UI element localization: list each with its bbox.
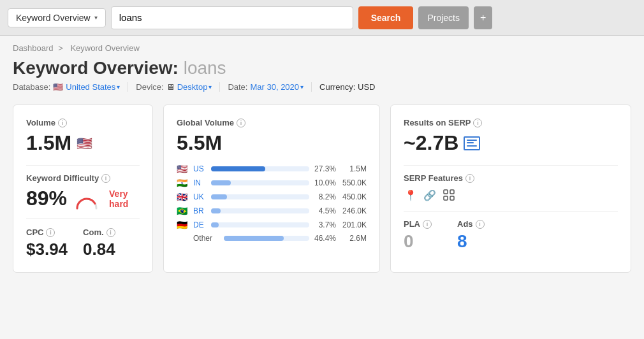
com-info-icon[interactable]: i [106,228,115,237]
kd-meter-icon [75,192,99,206]
location-pin-icon: 📍 [404,188,418,202]
search-button[interactable]: Search [358,6,414,29]
global-volume-card: Global Volume i 5.5M 🇺🇸 US 27.3% 1.5M 🇮🇳… [163,105,380,273]
volume-info-icon[interactable]: i [58,119,67,127]
us-flag-icon: 🇺🇸 [77,136,92,151]
kd-info-icon[interactable]: i [101,174,110,183]
meta-database: Database: 🇺🇸 United States ▾ [13,82,128,92]
kd-label: Keyword Difficulty i [26,173,140,183]
pla-info-icon[interactable]: i [423,220,432,229]
global-volume-bars: 🇺🇸 US 27.3% 1.5M 🇮🇳 IN 10.0% 550.0K 🇬🇧 U… [177,164,367,230]
meta-currency: Currency: USD [319,82,383,92]
breadcrumb-current: Keyword Overview [70,43,139,53]
meta-database-value[interactable]: United States ▾ [66,82,120,92]
svg-rect-2 [444,196,448,200]
ads-value: 8 [457,231,485,252]
chevron-down-icon: ▾ [117,83,120,90]
global-volume-value: 5.5M [177,131,367,155]
meta-device-value[interactable]: Desktop ▾ [177,82,212,92]
kd-rating: Very hard [109,189,140,209]
other-num: 2.6M [340,234,367,243]
serp-features-label: SERP Features i [404,173,618,183]
add-project-button[interactable]: + [474,6,492,29]
breadcrumb-home[interactable]: Dashboard [13,43,54,53]
chevron-down-icon: ▾ [209,83,212,90]
page-title: Keyword Overview: loans [13,58,631,78]
us-flag-icon: 🇺🇸 [53,82,63,92]
bar-fill [211,180,231,185]
com-value: 0.84 [83,240,115,259]
page-meta: Database: 🇺🇸 United States ▾ Device: 🖥 D… [13,82,631,92]
other-pct: 46.4% [313,234,336,243]
cpc-info-icon[interactable]: i [46,228,55,237]
bar-pct: 27.3% [313,164,336,173]
bar-num: 201.0K [340,220,367,229]
meta-date-label: Date: [228,82,247,92]
bar-flag-icon: 🇮🇳 [177,178,189,188]
bar-row: 🇮🇳 IN 10.0% 550.0K [177,178,367,188]
kd-value: 89% Very hard [26,187,140,210]
tool-dropdown[interactable]: Keyword Overview ▾ [8,8,106,27]
svg-rect-0 [444,190,448,194]
com-item: Com. i 0.84 [83,227,115,259]
meta-device-label: Device: [136,82,163,92]
serp-value: ~2.7B [404,131,618,155]
bar-pct: 8.2% [313,192,336,201]
volume-card: Volume i 1.5M 🇺🇸 Keyword Difficulty i 89… [13,105,153,273]
feature-icons: 📍 🔗 [404,188,618,202]
search-input[interactable] [111,6,353,29]
bar-country[interactable]: US [193,164,207,173]
meta-currency-value: Currency: USD [319,82,375,92]
serp-info-icon[interactable]: i [473,119,482,127]
pla-item: PLA i 0 [404,219,432,252]
bar-flag-icon: 🇬🇧 [177,192,189,202]
bar-track [211,208,309,213]
bar-country[interactable]: DE [193,220,207,229]
bar-country[interactable]: BR [193,206,207,215]
bar-fill [211,194,227,199]
meta-database-label: Database: [13,82,50,92]
grid-icon [442,188,456,202]
cards-container: Volume i 1.5M 🇺🇸 Keyword Difficulty i 89… [0,99,644,285]
page-title-keyword: loans [184,58,226,78]
bar-row: 🇩🇪 DE 3.7% 201.0K [177,220,367,230]
bar-num: 450.0K [340,192,367,201]
bar-track [211,180,309,185]
ads-label: Ads i [457,219,485,229]
bar-pct: 10.0% [313,178,336,187]
global-volume-label: Global Volume i [177,118,367,127]
breadcrumb-separator: > [58,43,63,53]
other-row: Other 46.4% 2.6M [177,234,367,243]
other-label: Other [193,234,220,243]
other-bar-fill [224,236,284,241]
bar-country[interactable]: IN [193,178,207,187]
ads-item: Ads i 8 [457,219,485,252]
bar-fill [211,208,221,213]
svg-rect-3 [450,196,454,200]
cpc-item: CPC i $3.94 [26,227,68,259]
chevron-down-icon: ▾ [300,83,304,90]
com-label: Com. i [83,227,115,237]
breadcrumb: Dashboard > Keyword Overview [0,36,644,55]
cpc-value: $3.94 [26,240,68,259]
svg-rect-1 [450,190,454,194]
desktop-icon: 🖥 [166,82,175,92]
bar-country[interactable]: UK [193,192,207,201]
page-header: Keyword Overview: loans Database: 🇺🇸 Uni… [0,55,644,99]
pla-value: 0 [404,231,432,252]
volume-label: Volume i [26,118,140,127]
tool-dropdown-label: Keyword Overview [16,13,91,23]
cpc-row: CPC i $3.94 Com. i 0.84 [26,227,140,259]
ads-info-icon[interactable]: i [476,220,485,229]
pla-label: PLA i [404,219,432,229]
cpc-label: CPC i [26,227,68,237]
global-volume-info-icon[interactable]: i [237,119,245,127]
meta-date-value[interactable]: Mar 30, 2020 ▾ [250,82,304,92]
volume-value: 1.5M 🇺🇸 [26,131,140,155]
serp-features-info-icon[interactable]: i [465,174,474,183]
projects-button[interactable]: Projects [418,6,469,29]
bar-flag-icon: 🇩🇪 [177,220,189,230]
bar-track [211,166,309,171]
serp-label: Results on SERP i [404,118,618,127]
other-bar-track [224,236,309,241]
